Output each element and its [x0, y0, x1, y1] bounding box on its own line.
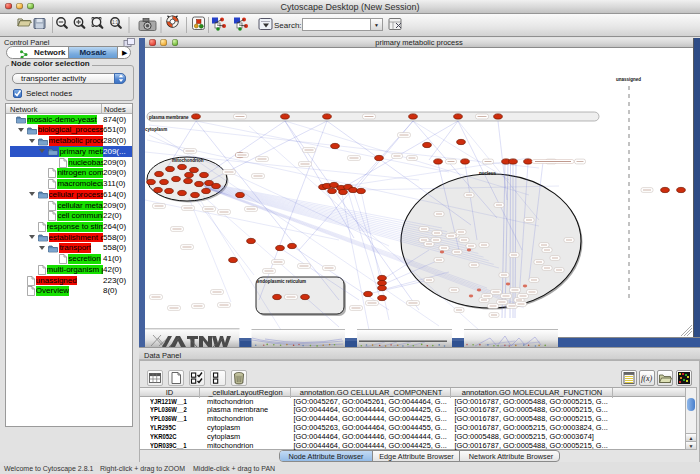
- svg-text:unassigned: unassigned: [616, 77, 641, 82]
- svg-text:plasma membrane: plasma membrane: [149, 115, 189, 120]
- svg-text:cytoplasm: cytoplasm: [145, 127, 167, 132]
- svg-text:f(x): f(x): [641, 374, 652, 383]
- svg-text:nucleus: nucleus: [479, 171, 497, 176]
- svg-text:1:1: 1:1: [112, 20, 119, 25]
- svg-text:mitochondrion: mitochondrion: [172, 158, 204, 163]
- svg-text:endoplasmic reticulum: endoplasmic reticulum: [257, 279, 306, 284]
